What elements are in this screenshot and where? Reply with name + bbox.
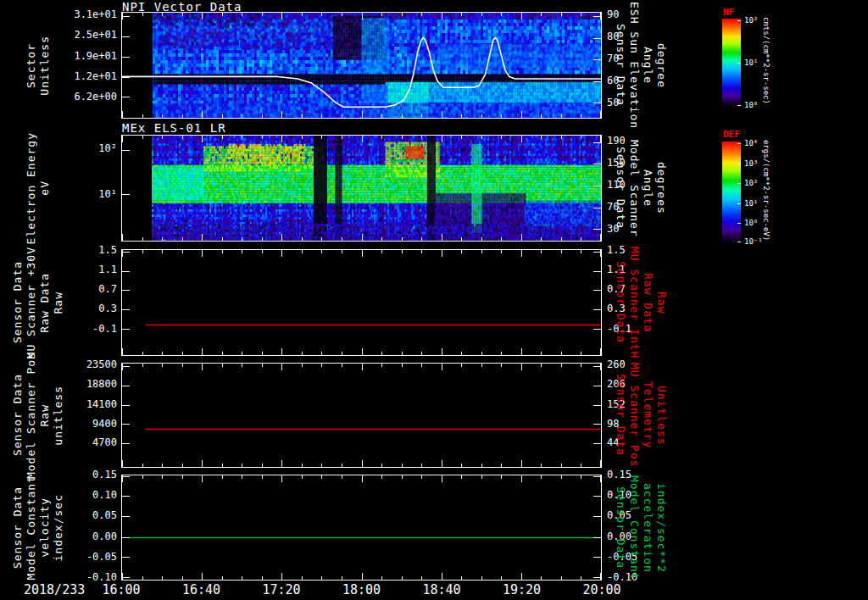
panel4-left-axis-label-line-2: velocity (38, 497, 51, 558)
panel2-left-tick-3: 0.3 (63, 303, 117, 314)
colorbar0-tick-2: 10⁰ (744, 101, 758, 109)
model-constant-velocity-canvas (122, 475, 601, 580)
panel0-left-axis-label: SectorUnitless (12, 12, 63, 119)
xaxis-tick-label-1: 16:40 (171, 582, 232, 597)
panel0-right-axis-label-line-0: Sensor Data (615, 24, 627, 106)
panel3-left-tick-0: 23500 (63, 359, 117, 370)
panel2-left-tick-2: 0.7 (63, 284, 117, 295)
panel1-right-axis-label-line-2: Angle (642, 169, 654, 207)
panel1-right-axis-label: Sensor DataModel ScannerAngledegrees (615, 135, 667, 242)
panel4-left-axis-label-line-3: index/sec (52, 494, 64, 561)
panel4-left-tick-3: 0.00 (63, 531, 117, 542)
panel1-left-axis-label-line-0: Electron Energy (25, 132, 37, 244)
panel2-right-axis-label-line-1: MU Scanner IntH (628, 247, 641, 358)
def-colorbar (722, 142, 741, 243)
nf-colorbar-units: cnts/(cm**2-sr-sec) (762, 17, 771, 110)
panel1-left-axis-label: Electron EnergyeV (12, 135, 63, 242)
nf-colorbar (722, 19, 741, 107)
xaxis-tick-label-4: 18:40 (411, 582, 472, 597)
panel2-left-axis-label-line-0: Sensor Data (11, 261, 24, 343)
panel3-right-axis-label-line-1: MU Scanner Pos (628, 363, 641, 468)
colorbar1-tick-1: 10³ (744, 159, 758, 168)
panel3-left-tick-4: 4700 (63, 437, 117, 448)
panel4-left-axis-label-line-0: Sensor Data (11, 486, 24, 569)
panel1-right-axis-label-line-0: Sensor Data (615, 147, 627, 229)
panel2-left-tick-4: -0.1 (63, 324, 117, 335)
panel0-right-axis-label-line-3: degree (655, 43, 668, 88)
panel0-right-axis-label-line-2: Angle (642, 47, 654, 84)
panel4-left-tick-2: 0.05 (63, 510, 117, 521)
xaxis-tick-label-6: 20:00 (571, 582, 632, 597)
panel4-right-axis-label-line-3: index/sec**2 (655, 483, 668, 573)
colorbar0-tick-1: 10¹ (744, 58, 758, 67)
panel2-right-axis-label-line-3: Raw (655, 292, 668, 314)
panel0-right-axis-label-line-1: ESH Sun Elevation (628, 2, 641, 129)
panel1-right-axis-label-line-3: degrees (655, 162, 668, 214)
xaxis-tick-label-0: 16:00 (91, 582, 152, 597)
panel3-left-axis-label-line-3: unitless (52, 386, 64, 446)
science-multipanel-plot: NPI Vector Data MEx ELS-01 LR NF cnts/(c… (0, 0, 868, 600)
panel4-left-axis-label-line-1: Model Constant (25, 475, 37, 581)
nf-colorbar-gradient (722, 19, 741, 107)
panel1-left-tick-0: 10² (63, 143, 117, 154)
x-axis-date-label: 2018/233 (24, 582, 85, 597)
def-colorbar-units: ergs/(cm**2-sr-sec-eV) (762, 140, 771, 247)
panel3-right-axis-label: Sensor DataMU Scanner PosTelemetryUnitle… (615, 363, 667, 468)
mu-scanner-raw-canvas (122, 250, 601, 355)
panel2-right-axis-label-line-2: Raw Data (642, 273, 654, 333)
panel4-right-axis-label-line-2: acceleration (642, 483, 654, 573)
colorbar1-tick-0: 10⁴ (744, 139, 758, 147)
panel0-left-axis-label-line-1: Unitless (38, 36, 51, 96)
panel3-left-axis-label-line-0: Sensor Data (11, 374, 24, 456)
def-colorbar-title: DEF (723, 129, 740, 140)
panel0-right-axis-label: Sensor DataESH Sun ElevationAngledegree (615, 12, 667, 119)
panel3-left-axis-label: Sensor DataModel Scanner PosRawunitless (12, 363, 63, 468)
def-colorbar-gradient (722, 142, 741, 243)
panel4-left-tick-0: 0.15 (63, 469, 117, 481)
panel2-right-axis-label: Sensor DataMU Scanner IntHRaw DataRaw (615, 249, 667, 356)
panel2-left-axis-label-line-3: Raw (52, 292, 64, 314)
xaxis-tick-label-2: 17:20 (251, 582, 312, 597)
panel3-left-axis-label-line-2: Raw (38, 404, 51, 426)
npi-spectrogram-canvas (122, 13, 601, 118)
panel0-left-tick-1: 2.5e+01 (63, 30, 117, 41)
panel1-left-axis-label-line-1: eV (38, 181, 51, 196)
panel2-right-axis-label-line-0: Sensor Data (615, 261, 627, 343)
mu-scanner-raw-panel (121, 249, 602, 356)
panel0-left-axis-label-line-0: Sector (25, 43, 37, 88)
panel4-right-axis-label-line-1: Model Constant (628, 475, 641, 581)
panel2-left-axis-label-line-2: Raw Data (38, 273, 51, 333)
panel3-left-axis-label-line-1: Model Scanner Pos (25, 352, 37, 479)
panel0-left-tick-4: 6.2e+00 (63, 92, 117, 103)
panel1-right-axis-label-line-1: Model Scanner (628, 140, 641, 237)
scanner-pos-canvas (122, 364, 601, 467)
panel3-right-axis-label-line-2: Telemetry (642, 381, 654, 448)
panel0-left-tick-3: 1.2e+01 (63, 71, 117, 82)
panel2-left-tick-1: 1.1 (63, 264, 117, 275)
panel2-left-axis-label: Sensor DataMU Scanner +30VRaw DataRaw (12, 249, 63, 356)
panel3-left-tick-2: 14100 (63, 399, 117, 410)
panel3-left-tick-3: 9400 (63, 419, 117, 430)
panel2-left-tick-0: 1.5 (63, 245, 117, 256)
panel2-left-axis-label-line-1: MU Scanner +30V (25, 247, 37, 358)
colorbar1-tick-5: 10⁻¹ (744, 237, 763, 246)
panel4-right-axis-label: Sensor DataModel Constantaccelerationind… (615, 475, 667, 581)
colorbar1-tick-4: 10⁰ (744, 219, 758, 227)
panel1-left-tick-1: 10¹ (63, 189, 117, 200)
els-spectrogram-panel (121, 135, 602, 242)
nf-colorbar-title: NF (723, 7, 734, 18)
panel2-title: MEx ELS-01 LR (122, 121, 226, 135)
scanner-pos-panel (121, 363, 602, 468)
panel3-right-axis-label-line-3: Unitless (655, 386, 668, 446)
xaxis-tick-label-3: 18:00 (331, 582, 392, 597)
panel0-left-tick-0: 3.1e+01 (63, 9, 117, 20)
xaxis-tick-label-5: 19:20 (492, 582, 553, 597)
colorbar0-tick-0: 10² (744, 16, 758, 25)
panel3-left-tick-1: 18800 (63, 379, 117, 390)
panel4-left-axis-label: Sensor DataModel Constantvelocityindex/s… (12, 475, 63, 581)
panel4-right-axis-label-line-0: Sensor Data (615, 486, 627, 569)
panel0-left-tick-2: 1.9e+01 (63, 51, 117, 62)
panel3-right-axis-label-line-0: Sensor Data (615, 374, 627, 456)
colorbar1-tick-3: 10¹ (744, 199, 758, 208)
model-constant-velocity-panel (121, 475, 602, 581)
